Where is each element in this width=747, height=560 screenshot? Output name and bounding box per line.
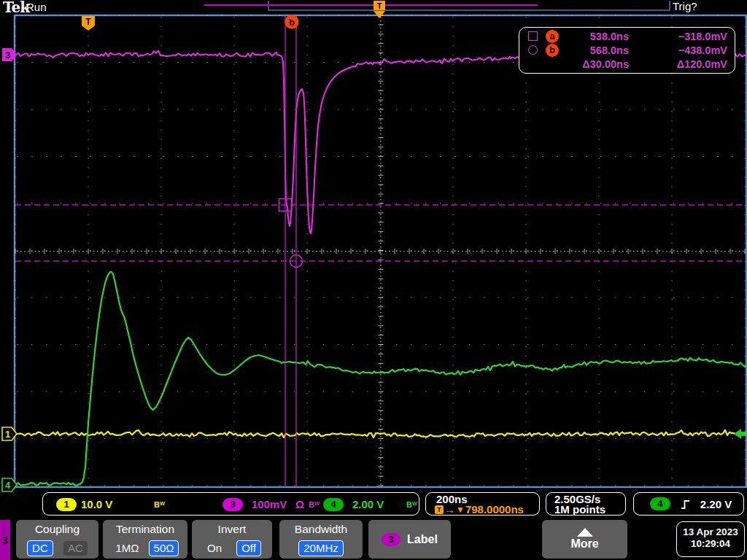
svg-text:b: b (289, 17, 295, 28)
trigger-t-icon: T (435, 505, 444, 514)
label-channel-badge: 3 (382, 533, 400, 546)
invert-title: Invert (192, 523, 272, 536)
cursor-a-symbol-icon (528, 31, 538, 41)
arrow-right-icon: → (444, 504, 455, 516)
trigger-time-marker (82, 16, 95, 31)
cursor-row-a: a538.0ns−318.0mV (528, 29, 727, 43)
svg-text:T: T (85, 17, 91, 27)
cursor-time-value: Δ30.00ns (565, 58, 629, 70)
channel-4-bandwidth-limit-icon: Bᵂ (406, 498, 417, 511)
cursor-time-value: 538.0ns (565, 31, 629, 42)
menu-button-bandwidth[interactable]: Bandwidth20MHz (279, 520, 363, 559)
termination-option-1mω[interactable]: 1MΩ (112, 541, 144, 556)
triangle-up-icon (577, 528, 593, 537)
waveform-display: bTT314 (0, 0, 747, 560)
cursor-time-value: 568.0ns (565, 44, 629, 56)
cursor-readout-box: a538.0ns−318.0mVb568.0ns−438.0mVΔ30.00ns… (519, 27, 735, 74)
horizontal-delay: 798.0000ns (465, 504, 524, 516)
coupling-option-ac[interactable]: AC (63, 541, 88, 556)
delay-point-marker (374, 1, 385, 10)
cursor-b-badge: b (546, 44, 559, 57)
time-text: 10:29:04 (677, 538, 744, 550)
svg-text:1: 1 (5, 429, 10, 440)
cursor-a-square-marker (279, 199, 292, 211)
date-text: 13 Apr 2023 (677, 526, 744, 538)
cursor-volt-value: −438.0mV (629, 44, 727, 56)
ch1-zero-marker (2, 427, 17, 440)
trace-ch3 (16, 50, 746, 233)
oscilloscope-screen: bTT314 Tek Run Trig? a538.0ns−318.0mVb56… (0, 0, 747, 560)
cursor-volt-value: Δ120.0mV (629, 58, 727, 70)
cursor-row-delta: Δ30.00nsΔ120.0mV (528, 58, 727, 71)
svg-text:T: T (377, 1, 382, 10)
channel-1-bandwidth-limit-icon: Bᵂ (154, 498, 165, 511)
more-button-text: More (570, 537, 598, 551)
delay-point-arrow-icon (374, 11, 385, 18)
menu-button-more[interactable]: More (542, 520, 627, 559)
menu-button-termination[interactable]: Termination1MΩ50Ω (103, 520, 187, 559)
rising-edge-icon (681, 499, 690, 510)
triangle-down-icon: ▼ (456, 504, 465, 516)
trace-ch4 (16, 272, 746, 486)
trigger-readout-box[interactable]: 4 2.20 V (633, 492, 744, 516)
coupling-title: Coupling (16, 523, 98, 536)
record-length: 1M points (554, 504, 605, 515)
channel-1-badge[interactable]: 1 (56, 498, 77, 511)
acquisition-readout-box[interactable]: 2.50GS/s 1M points (546, 492, 626, 516)
menu-button-coupling[interactable]: CouplingDCAC (16, 520, 98, 559)
menu-button-label[interactable]: 3Label (368, 520, 451, 559)
acquisition-status: Run (26, 1, 47, 13)
menu-channel-tab[interactable]: 3 (0, 520, 10, 560)
cursor-row-b: b568.0ns−438.0mV (528, 43, 727, 57)
channel-4-badge[interactable]: 4 (323, 498, 344, 511)
cursor-b-flag (285, 15, 299, 29)
datetime-display: 13 Apr 2023 10:29:04 (676, 521, 745, 557)
cursor-volt-value: −318.0mV (629, 31, 727, 42)
channel-1-scale: 10.0 V (81, 498, 112, 511)
trigger-status: Trig? (673, 0, 697, 12)
trace-ch1 (16, 430, 746, 438)
cursor-a-badge: a (546, 30, 559, 43)
trigger-level: 2.20 V (700, 498, 732, 510)
record-view-bar (268, 1, 670, 10)
ch4-zero-marker (2, 478, 17, 491)
invert-option-on[interactable]: On (203, 541, 226, 556)
channel-3-impedance: Ω (295, 498, 304, 511)
termination-title: Termination (103, 523, 187, 536)
channel-3-scale: 100mV (252, 498, 287, 511)
trigger-source-badge: 4 (650, 497, 670, 510)
graticule-frame (15, 15, 746, 487)
bandwidth-title: Bandwidth (279, 523, 363, 536)
channel-readouts-box[interactable]: 110.0 VBᵂ3100mVΩBᵂ42.00 VBᵂ (42, 492, 419, 516)
cursor-b-symbol-icon (528, 45, 538, 55)
trigger-level-arrow (734, 429, 746, 439)
cursor-b-circle-marker (290, 255, 303, 268)
graticule (15, 15, 745, 486)
bandwidth-option-20mhz[interactable]: 20MHz (298, 540, 344, 556)
channel-3-bandwidth-limit-icon: Bᵂ (309, 498, 320, 511)
ch3-zero-marker (2, 48, 17, 61)
label-button-text: Label (407, 533, 438, 546)
svg-text:4: 4 (5, 480, 11, 491)
svg-text:3: 3 (5, 50, 10, 61)
channel-3-badge[interactable]: 3 (222, 498, 243, 511)
channel-4-scale: 2.00 V (352, 498, 384, 511)
menu-button-invert[interactable]: InvertOnOff (192, 520, 272, 559)
horizontal-readout-box[interactable]: 200ns T→▼798.0000ns (425, 492, 540, 516)
invert-option-off[interactable]: Off (236, 540, 261, 556)
termination-option-50ω[interactable]: 50Ω (149, 540, 179, 556)
tek-logo: Tek (3, 0, 29, 16)
coupling-option-dc[interactable]: DC (27, 540, 53, 556)
